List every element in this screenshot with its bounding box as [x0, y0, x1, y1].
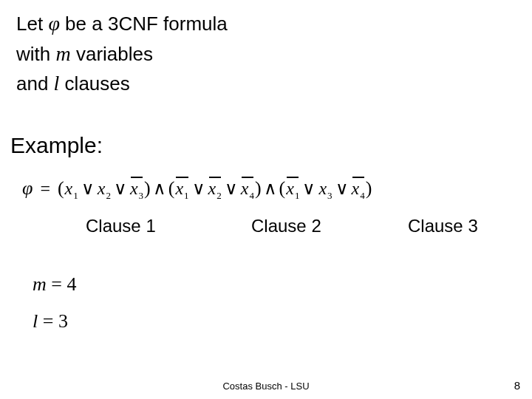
equals: = [43, 310, 54, 332]
literal: x3 [318, 179, 332, 202]
literal: x3 [129, 179, 144, 202]
close-paren: ) [255, 177, 262, 199]
open-paren: ( [58, 177, 64, 199]
intro-line-1: Let φ be a 3CNF formula [16, 9, 228, 39]
subscript: 2 [216, 190, 222, 201]
clause-2-label: Clause 2 [251, 216, 321, 236]
literal: x4 [351, 179, 366, 202]
phi-var: φ [48, 12, 60, 35]
subscript: 2 [105, 190, 111, 201]
subscript: 1 [72, 190, 78, 201]
intro-line-3: and l clauses [16, 69, 228, 99]
text: Let [16, 13, 48, 35]
text: be a 3CNF formula [60, 13, 228, 35]
example-heading: Example: [10, 133, 103, 158]
literal: x1 [285, 179, 300, 202]
clause-1-label: Clause 1 [86, 216, 156, 236]
and-symbol: ∧ [151, 179, 168, 198]
subscript: 4 [359, 190, 365, 201]
slide: Let φ be a 3CNF formula with m variables… [0, 0, 532, 399]
literal: x2 [97, 179, 112, 202]
equals: = [33, 179, 58, 198]
l-value: 3 [58, 310, 68, 332]
equation-l: l = 3 [33, 310, 68, 332]
subscript: 4 [248, 190, 254, 201]
open-paren: ( [168, 177, 175, 199]
page-number: 8 [514, 379, 520, 392]
literal: x4 [240, 179, 255, 202]
or-symbol: ∨ [300, 179, 318, 198]
literal: x2 [208, 179, 222, 202]
text: clauses [59, 72, 129, 95]
m-var: m [55, 42, 70, 65]
literal: x1 [64, 179, 79, 202]
equals: = [51, 273, 62, 295]
or-symbol: ∨ [79, 179, 97, 198]
subscript: 1 [294, 190, 300, 201]
or-symbol: ∨ [222, 179, 240, 198]
intro-block: Let φ be a 3CNF formula with m variables… [16, 9, 228, 99]
intro-line-2: with m variables [16, 39, 228, 69]
text: variables [71, 43, 153, 65]
subscript: 1 [183, 190, 189, 201]
or-symbol: ∨ [333, 179, 351, 198]
footer-text: Costas Busch - LSU [0, 381, 532, 392]
text: and [16, 72, 54, 95]
open-paren: ( [279, 177, 286, 199]
subscript: 3 [138, 190, 144, 201]
and-symbol: ∧ [262, 179, 279, 198]
or-symbol: ∨ [190, 179, 208, 198]
text: with [16, 43, 55, 65]
m-value: 4 [66, 273, 76, 295]
close-paren: ) [144, 177, 151, 199]
equation-m: m = 4 [33, 273, 76, 296]
l-var: l [33, 310, 38, 332]
phi-symbol: φ [22, 177, 33, 199]
or-symbol: ∨ [112, 179, 129, 198]
formula: φ = (x1∨x2∨x3)∧(x1∨x2∨x4)∧(x1∨x3∨x4) [22, 177, 517, 202]
m-var: m [33, 273, 47, 295]
literal: x1 [174, 179, 189, 202]
close-paren: ) [366, 177, 372, 199]
subscript: 3 [327, 190, 332, 201]
clause-3-label: Clause 3 [408, 216, 478, 236]
